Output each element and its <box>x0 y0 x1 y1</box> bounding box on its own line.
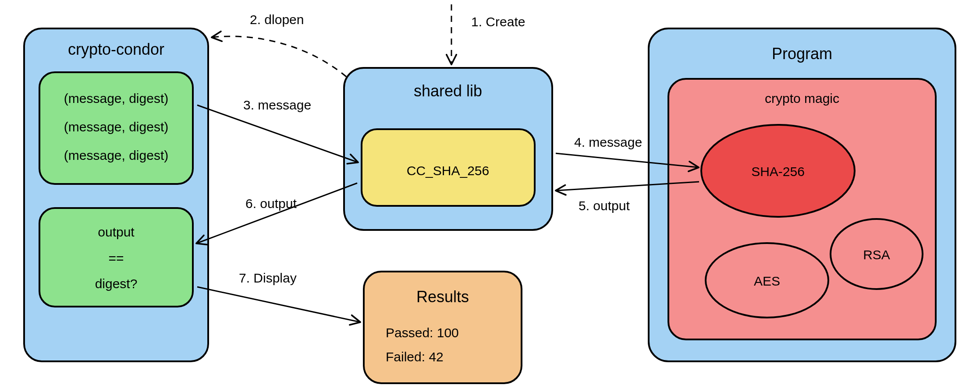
arrow-display <box>197 287 359 322</box>
sha-label: SHA-256 <box>751 164 805 179</box>
rsa-label: RSA <box>863 247 890 262</box>
results-failed: Failed: 42 <box>386 350 444 364</box>
arrow-msg1-label: 3. message <box>243 98 311 112</box>
arrow-msg1 <box>197 105 357 162</box>
program-title: Program <box>772 45 832 63</box>
arrow-msg2-label: 4. message <box>574 135 642 149</box>
crypto-condor-box: crypto-condor (message, digest) (message… <box>24 28 208 361</box>
results-title: Results <box>416 288 469 306</box>
test-vectors-box: (message, digest) (message, digest) (mes… <box>39 72 193 184</box>
arrow-out1-label: 5. output <box>579 198 630 213</box>
test-vector-row: (message, digest) <box>64 148 168 162</box>
test-vector-row: (message, digest) <box>64 120 168 134</box>
shared-lib-box: shared lib CC_SHA_256 <box>344 68 552 230</box>
arrow-display-label: 7. Display <box>239 271 297 285</box>
arrow-dlopen <box>213 36 346 77</box>
results-passed: Passed: 100 <box>386 325 459 340</box>
shared-lib-title: shared lib <box>414 82 482 100</box>
aes-label: AES <box>754 274 780 288</box>
diagram-canvas: crypto-condor (message, digest) (message… <box>0 0 980 392</box>
test-vector-row: (message, digest) <box>64 91 168 106</box>
compare-box: output == digest? <box>39 208 193 307</box>
arrow-out2-label: 6. output <box>245 196 297 211</box>
compare-line: output <box>98 225 135 239</box>
results-box: Results Passed: 100 Failed: 42 <box>364 272 522 383</box>
program-box: Program crypto magic SHA-256 AES RSA <box>649 28 955 361</box>
arrow-create-label: 1. Create <box>471 14 525 29</box>
compare-line: == <box>108 251 124 265</box>
compare-line: digest? <box>95 276 138 291</box>
arrow-out2 <box>197 183 357 243</box>
crypto-condor-title: crypto-condor <box>68 40 164 58</box>
arrow-dlopen-label: 2. dlopen <box>250 12 304 27</box>
crypto-magic-title: crypto magic <box>765 91 839 106</box>
shared-lib-func: CC_SHA_256 <box>407 163 489 178</box>
